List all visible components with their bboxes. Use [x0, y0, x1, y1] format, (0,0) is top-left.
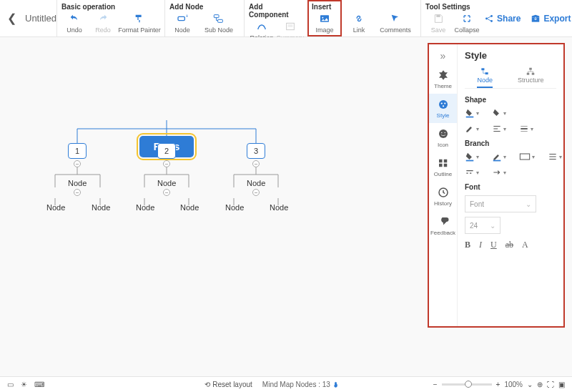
leaf-node[interactable]: Node	[46, 203, 65, 212]
brightness-icon[interactable]: ☀	[21, 381, 27, 388]
hand-icon	[332, 381, 340, 388]
statusbar: ▭ ☀ ⌨ ⟲ Reset layout Mind Map Nodes : 13…	[0, 376, 572, 392]
zoom-in-button[interactable]: +	[496, 381, 500, 388]
leaf-node[interactable]: Node	[136, 203, 154, 212]
branch-color-control[interactable]: ▾	[465, 152, 479, 162]
svg-text:+: +	[186, 14, 188, 19]
border-width-control[interactable]: ▾	[519, 124, 533, 134]
branch-lines-control[interactable]: ▾	[548, 152, 562, 162]
collapse-toggle[interactable]	[163, 160, 170, 167]
svg-rect-32	[466, 160, 474, 162]
leaf-node[interactable]: Node	[225, 203, 244, 212]
insert-comments-button[interactable]: Comments	[375, 12, 416, 34]
tab-structure[interactable]: Structure	[518, 67, 544, 88]
strip-feedback[interactable]: Feedback	[429, 211, 457, 240]
insert-image-button[interactable]: Image	[312, 12, 337, 34]
document-title: Untitled	[25, 13, 56, 24]
insert-link-button[interactable]: Link	[346, 12, 372, 34]
node-2[interactable]: 2	[157, 143, 176, 159]
svg-point-11	[490, 15, 493, 17]
leaf-node[interactable]: Node	[270, 203, 288, 212]
undo-button[interactable]: Undo	[61, 12, 87, 34]
branch-pen-control[interactable]: ▾	[492, 152, 506, 162]
svg-rect-27	[485, 72, 488, 74]
node-tab-icon	[480, 67, 490, 77]
group-add-component: Add Component Relation Summary	[244, 0, 307, 36]
strikethrough-button[interactable]: ab	[506, 240, 513, 250]
fill-icon	[492, 108, 502, 118]
tab-node[interactable]: Node	[477, 67, 493, 88]
underline-button[interactable]: U	[490, 240, 497, 250]
format-painter-button[interactable]: Format Painter	[119, 12, 160, 34]
share-icon	[484, 14, 494, 24]
bold-button[interactable]: B	[465, 240, 470, 250]
lines-icon	[548, 152, 558, 162]
center-icon[interactable]: ⊕	[537, 381, 543, 388]
font-family-select[interactable]: Font⌄	[465, 195, 536, 212]
collapse-toggle[interactable]	[252, 160, 260, 167]
leaf-node[interactable]: Node	[180, 203, 199, 212]
svg-point-16	[444, 102, 445, 104]
rect-icon	[519, 152, 531, 161]
section-shape: Shape	[465, 96, 556, 104]
svg-rect-21	[439, 160, 443, 163]
keyboard-icon[interactable]: ⌨	[34, 381, 44, 388]
group-insert-rest: . Link Comments	[342, 0, 420, 36]
add-node-button[interactable]: + Node	[169, 12, 195, 34]
collapse-toggle[interactable]	[74, 189, 81, 196]
fullscreen-icon[interactable]: ⛶	[547, 381, 554, 388]
presentation-icon[interactable]: ▭	[7, 381, 14, 388]
fill-color-control-2[interactable]: ▾	[492, 108, 506, 118]
collapse-toggle[interactable]	[252, 189, 260, 196]
svg-rect-31	[466, 117, 474, 118]
mindmap-edges	[0, 37, 429, 323]
fit-icon[interactable]: ▣	[558, 381, 565, 388]
weight-icon	[519, 124, 529, 134]
strip-theme[interactable]: Theme	[429, 64, 457, 94]
strip-history[interactable]: History	[429, 182, 457, 211]
group-tool-settings: Tool Settings Save Collapse	[420, 0, 484, 36]
zoom-slider[interactable]	[442, 383, 492, 386]
leaf-node[interactable]: Node	[92, 203, 110, 212]
svg-point-19	[441, 132, 443, 134]
pencil-icon	[465, 124, 475, 134]
align-control[interactable]: ▾	[492, 124, 506, 134]
child-node[interactable]: Node	[157, 179, 176, 187]
border-style-control[interactable]: ▾	[465, 124, 479, 134]
font-size-select[interactable]: 24⌄	[465, 217, 500, 234]
svg-point-20	[444, 132, 445, 134]
branch-arrow-control[interactable]: ▾	[492, 167, 506, 177]
svg-rect-29	[527, 73, 530, 75]
chevron-down-icon[interactable]: ⌄	[527, 381, 533, 388]
collapse-panel-button[interactable]: »	[438, 47, 449, 64]
collapse-toggle[interactable]	[74, 160, 81, 167]
branch-style-control[interactable]: ▾	[465, 167, 479, 177]
strip-icon[interactable]: Icon	[429, 123, 457, 152]
fill-color-control[interactable]: ▾	[465, 108, 479, 118]
redo-button[interactable]: Redo	[90, 12, 116, 34]
node-1[interactable]: 1	[68, 143, 87, 159]
panel-strip: » Theme Style Icon Outline History Feedb…	[429, 44, 458, 326]
svg-rect-9	[436, 15, 440, 17]
add-sub-node-button[interactable]: Sub Node	[198, 12, 240, 34]
save-button[interactable]: Save	[425, 12, 451, 34]
collapse-button[interactable]: Collapse	[454, 12, 480, 34]
share-button[interactable]: Share	[484, 14, 521, 24]
child-node[interactable]: Node	[68, 179, 87, 187]
collapse-toggle[interactable]	[163, 189, 170, 196]
export-button[interactable]: Export	[531, 14, 571, 24]
reset-layout-button[interactable]: ⟲ Reset layout	[204, 381, 252, 388]
branch-shape-control[interactable]: ▾	[519, 152, 535, 162]
italic-button[interactable]: I	[479, 240, 482, 250]
zoom-out-button[interactable]: −	[433, 381, 438, 388]
svg-rect-22	[439, 164, 443, 167]
structure-tab-icon	[526, 67, 536, 77]
strip-outline[interactable]: Outline	[429, 152, 457, 182]
back-button[interactable]: ❮	[7, 11, 16, 25]
font-color-button[interactable]: A	[522, 240, 528, 250]
strip-style[interactable]: Style	[429, 94, 457, 123]
svg-point-12	[490, 20, 493, 22]
child-node[interactable]: Node	[247, 179, 265, 187]
node-3[interactable]: 3	[247, 143, 265, 159]
zoom-handle[interactable]	[465, 381, 472, 388]
